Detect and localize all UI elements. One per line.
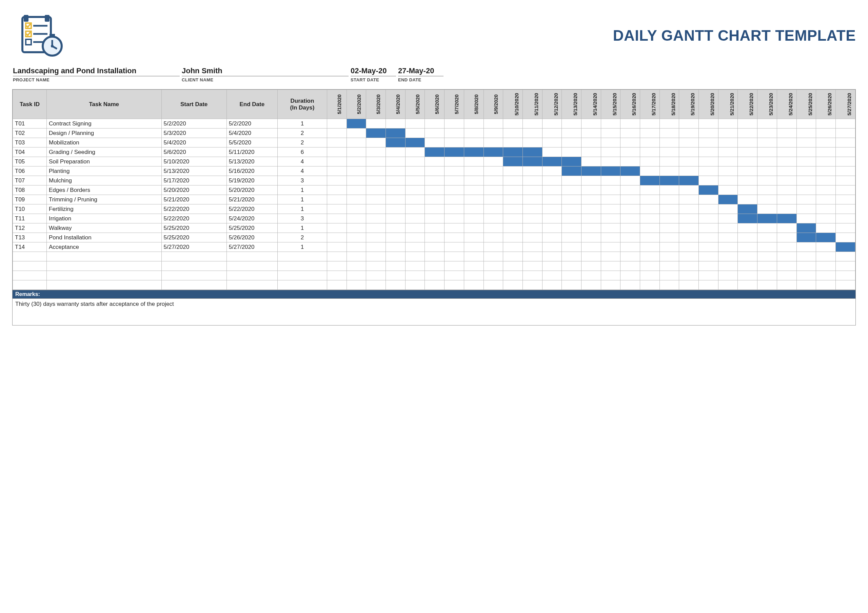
empty-cell[interactable] <box>366 271 386 280</box>
gantt-cell[interactable] <box>640 186 660 195</box>
task-row[interactable]: T01Contract Signing5/2/20205/2/20201 <box>13 119 856 128</box>
gantt-cell[interactable] <box>718 119 738 128</box>
gantt-cell[interactable] <box>503 147 523 157</box>
gantt-cell[interactable] <box>777 195 797 204</box>
gantt-cell[interactable] <box>581 166 601 176</box>
gantt-cell[interactable] <box>659 195 679 204</box>
gantt-cell[interactable] <box>425 233 445 242</box>
gantt-cell[interactable] <box>405 176 425 186</box>
cell-start-date[interactable]: 5/25/2020 <box>161 233 226 242</box>
gantt-cell[interactable] <box>503 223 523 233</box>
gantt-cell[interactable] <box>816 186 836 195</box>
gantt-cell[interactable] <box>522 186 542 195</box>
gantt-cell[interactable] <box>484 242 503 252</box>
gantt-cell[interactable] <box>366 204 386 214</box>
gantt-cell[interactable] <box>816 128 836 138</box>
gantt-cell[interactable] <box>659 233 679 242</box>
gantt-cell[interactable] <box>679 128 699 138</box>
gantt-cell[interactable] <box>366 214 386 223</box>
gantt-cell[interactable] <box>738 119 758 128</box>
cell-task-id[interactable]: T03 <box>13 138 47 147</box>
cell-task-name[interactable]: Mulching <box>47 176 162 186</box>
cell-task-name[interactable]: Soil Preparation <box>47 157 162 166</box>
gantt-cell[interactable] <box>366 176 386 186</box>
empty-cell[interactable] <box>522 262 542 271</box>
gantt-cell[interactable] <box>699 176 718 186</box>
gantt-cell[interactable] <box>503 157 523 166</box>
gantt-cell[interactable] <box>503 166 523 176</box>
gantt-cell[interactable] <box>484 157 503 166</box>
cell-task-id[interactable]: T13 <box>13 233 47 242</box>
gantt-cell[interactable] <box>484 119 503 128</box>
gantt-cell[interactable] <box>581 242 601 252</box>
gantt-cell[interactable] <box>777 204 797 214</box>
gantt-cell[interactable] <box>797 157 816 166</box>
empty-cell[interactable] <box>445 271 464 280</box>
gantt-cell[interactable] <box>797 204 816 214</box>
empty-cell[interactable] <box>464 252 484 262</box>
gantt-cell[interactable] <box>405 233 425 242</box>
gantt-cell[interactable] <box>522 223 542 233</box>
empty-row[interactable] <box>13 271 856 280</box>
gantt-cell[interactable] <box>366 242 386 252</box>
empty-cell[interactable] <box>503 262 523 271</box>
gantt-cell[interactable] <box>464 186 484 195</box>
gantt-cell[interactable] <box>581 223 601 233</box>
gantt-cell[interactable] <box>347 195 366 204</box>
gantt-cell[interactable] <box>347 204 366 214</box>
gantt-cell[interactable] <box>581 138 601 147</box>
empty-cell[interactable] <box>347 271 366 280</box>
gantt-cell[interactable] <box>484 128 503 138</box>
gantt-cell[interactable] <box>425 204 445 214</box>
gantt-cell[interactable] <box>659 147 679 157</box>
empty-cell[interactable] <box>738 252 758 262</box>
gantt-cell[interactable] <box>699 214 718 223</box>
gantt-cell[interactable] <box>503 242 523 252</box>
gantt-cell[interactable] <box>464 242 484 252</box>
cell-duration[interactable]: 2 <box>277 233 327 242</box>
gantt-cell[interactable] <box>777 242 797 252</box>
gantt-cell[interactable] <box>445 166 464 176</box>
empty-cell[interactable] <box>445 280 464 290</box>
gantt-cell[interactable] <box>386 176 406 186</box>
cell-start-date[interactable]: 5/25/2020 <box>161 223 226 233</box>
gantt-cell[interactable] <box>640 128 660 138</box>
gantt-cell[interactable] <box>425 176 445 186</box>
gantt-cell[interactable] <box>718 214 738 223</box>
gantt-cell[interactable] <box>503 204 523 214</box>
empty-cell[interactable] <box>581 262 601 271</box>
gantt-cell[interactable] <box>797 119 816 128</box>
empty-cell[interactable] <box>816 262 836 271</box>
gantt-cell[interactable] <box>542 223 562 233</box>
empty-cell[interactable] <box>445 252 464 262</box>
empty-cell[interactable] <box>835 271 855 280</box>
gantt-cell[interactable] <box>503 119 523 128</box>
empty-cell[interactable] <box>503 252 523 262</box>
gantt-cell[interactable] <box>738 128 758 138</box>
empty-cell[interactable] <box>699 271 718 280</box>
gantt-cell[interactable] <box>816 223 836 233</box>
gantt-cell[interactable] <box>522 157 542 166</box>
empty-cell[interactable] <box>738 271 758 280</box>
gantt-cell[interactable] <box>405 166 425 176</box>
gantt-cell[interactable] <box>425 119 445 128</box>
gantt-cell[interactable] <box>386 119 406 128</box>
gantt-cell[interactable] <box>679 195 699 204</box>
empty-cell[interactable] <box>640 280 660 290</box>
gantt-cell[interactable] <box>835 157 855 166</box>
task-row[interactable]: T06Planting5/13/20205/16/20204 <box>13 166 856 176</box>
gantt-cell[interactable] <box>562 119 581 128</box>
gantt-cell[interactable] <box>542 186 562 195</box>
gantt-cell[interactable] <box>347 147 366 157</box>
empty-cell[interactable] <box>484 252 503 262</box>
gantt-cell[interactable] <box>816 242 836 252</box>
gantt-cell[interactable] <box>620 214 640 223</box>
cell-task-name[interactable]: Acceptance <box>47 242 162 252</box>
cell-task-id[interactable]: T06 <box>13 166 47 176</box>
gantt-cell[interactable] <box>758 166 777 176</box>
gantt-cell[interactable] <box>758 138 777 147</box>
empty-cell[interactable] <box>699 252 718 262</box>
cell-duration[interactable]: 2 <box>277 128 327 138</box>
gantt-cell[interactable] <box>659 242 679 252</box>
empty-cell[interactable] <box>718 262 738 271</box>
